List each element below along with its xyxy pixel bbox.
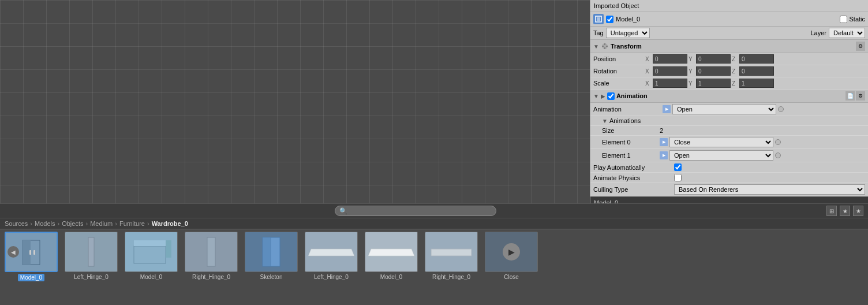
element0-indicator bbox=[775, 139, 781, 145]
scale-y-input[interactable] bbox=[696, 79, 731, 88]
asset-thumb-7 bbox=[425, 232, 478, 272]
panel-thumb-icon bbox=[203, 235, 220, 269]
breadcrumb-wardrobe[interactable]: Wardrobe_0 bbox=[152, 220, 188, 227]
svg-rect-19 bbox=[134, 246, 166, 263]
layer-label: Layer bbox=[810, 29, 826, 36]
svg-marker-27 bbox=[308, 249, 354, 256]
scale-x-input[interactable] bbox=[653, 79, 687, 88]
position-y-input[interactable] bbox=[696, 54, 731, 64]
sep5: › bbox=[147, 220, 149, 227]
culling-select[interactable]: Based On Renderers Always Animate Cull C… bbox=[674, 184, 865, 195]
asset-label-3: Right_Hinge_0 bbox=[192, 274, 230, 280]
asset-label-6: Model_0 bbox=[380, 274, 402, 280]
asset-item-2[interactable]: Model_0 bbox=[122, 232, 180, 280]
asset-label-8: Close bbox=[504, 274, 519, 280]
viewport[interactable] bbox=[0, 0, 590, 203]
skeleton-thumb-icon bbox=[254, 235, 289, 269]
svg-rect-20 bbox=[134, 240, 166, 246]
asset-item-3[interactable]: Right_Hinge_0 bbox=[182, 232, 240, 280]
svg-rect-24 bbox=[263, 237, 271, 266]
position-label: Position bbox=[593, 55, 645, 62]
asset-grid: ◀ Model_0 Left_Hinge_0 bbox=[0, 229, 868, 305]
animate-physics-row: Animate Physics bbox=[590, 173, 868, 183]
svg-rect-30 bbox=[431, 249, 472, 256]
toolbar-btn-1[interactable]: ⊞ bbox=[826, 206, 837, 216]
svg-rect-1 bbox=[597, 17, 600, 21]
search-icon: 🔍 bbox=[339, 207, 347, 215]
asset-item-6[interactable]: Model_0 bbox=[362, 232, 420, 280]
panel-title: Imported Object bbox=[594, 2, 639, 9]
position-z-input[interactable] bbox=[739, 54, 774, 64]
animation-select[interactable]: Open Close bbox=[672, 104, 776, 114]
asset-label-7: Right_Hinge_0 bbox=[432, 274, 470, 280]
play-button[interactable]: ▶ bbox=[503, 243, 520, 261]
breadcrumb-furniture[interactable]: Furniture bbox=[119, 220, 145, 227]
animations-sublabel: Animations bbox=[609, 117, 667, 124]
animation-page-btn[interactable]: 📄 bbox=[845, 91, 855, 101]
static-checkbox[interactable] bbox=[840, 16, 847, 23]
element0-row: Element 0 ▶ Close Open bbox=[590, 136, 868, 149]
animation-settings-btn[interactable]: ⚙ bbox=[856, 91, 865, 101]
rotation-label: Rotation bbox=[593, 68, 645, 75]
object-checkbox-container bbox=[606, 16, 613, 23]
rotation-z-input[interactable] bbox=[739, 66, 774, 76]
animate-physics-checkbox[interactable] bbox=[674, 174, 682, 181]
animations-header-row: ▼ Animations bbox=[590, 116, 868, 126]
breadcrumb-objects[interactable]: Objects bbox=[62, 220, 83, 227]
wardrobe-thumb-icon bbox=[17, 237, 46, 266]
sep1: › bbox=[30, 220, 32, 227]
animation-section-header[interactable]: ▼ ▶ Animation 📄 ⚙ bbox=[590, 90, 868, 103]
element1-select[interactable]: Open Close bbox=[669, 150, 773, 161]
transform-settings-btn[interactable]: ⚙ bbox=[856, 42, 865, 51]
transform-title: Transform bbox=[611, 43, 854, 50]
breadcrumb: Sources › Models › Objects › Medium › Fu… bbox=[0, 218, 868, 229]
scale-z-input[interactable] bbox=[739, 79, 774, 88]
size-label: Size bbox=[602, 127, 660, 134]
asset-item-7[interactable]: Right_Hinge_0 bbox=[422, 232, 480, 280]
toolbar-btn-3[interactable]: ★ bbox=[853, 206, 863, 216]
tag-layer-row: Tag Untagged Layer Default bbox=[590, 27, 868, 40]
sep2: › bbox=[58, 220, 60, 227]
object-enabled-checkbox[interactable] bbox=[606, 16, 613, 23]
position-x-input[interactable] bbox=[653, 54, 687, 64]
object-icon bbox=[593, 14, 604, 24]
element0-icon: ▶ bbox=[660, 138, 668, 146]
panel-header: Imported Object bbox=[590, 0, 868, 12]
asset-thumb-6 bbox=[365, 232, 418, 272]
asset-item-0[interactable]: ◀ Model_0 bbox=[2, 232, 60, 281]
nav-prev[interactable]: ◀ bbox=[8, 246, 19, 258]
asset-item-8[interactable]: ▶ Close bbox=[482, 232, 540, 280]
asset-label-0: Model_0 bbox=[18, 274, 44, 281]
rotation-x-input[interactable] bbox=[653, 66, 687, 76]
svg-rect-22 bbox=[207, 237, 215, 266]
shelf2-thumb-icon bbox=[428, 243, 474, 261]
tag-select[interactable]: Untagged bbox=[606, 28, 650, 38]
toolbar-btn-2[interactable]: ★ bbox=[840, 206, 850, 216]
breadcrumb-sources[interactable]: Sources bbox=[5, 220, 28, 227]
right-panel: Imported Object Model_0 Static Tag Untag… bbox=[590, 0, 868, 203]
culling-row: Culling Type Based On Renderers Always A… bbox=[590, 183, 868, 196]
static-label: Static bbox=[850, 16, 866, 23]
play-auto-checkbox[interactable] bbox=[674, 163, 682, 171]
asset-thumb-1 bbox=[65, 232, 118, 272]
svg-rect-15 bbox=[23, 240, 31, 265]
asset-label-5: Left_Hinge_0 bbox=[314, 274, 349, 280]
transform-section-header[interactable]: ▼ Transform ⚙ bbox=[590, 40, 868, 53]
animation-enabled-checkbox[interactable] bbox=[607, 92, 615, 100]
svg-rect-21 bbox=[166, 240, 171, 258]
asset-item-4[interactable]: Skeleton bbox=[242, 232, 300, 280]
sep3: › bbox=[85, 220, 88, 227]
asset-item-1[interactable]: Left_Hinge_0 bbox=[62, 232, 120, 280]
element1-label: Element 1 bbox=[602, 152, 660, 159]
breadcrumb-medium[interactable]: Medium bbox=[90, 220, 113, 227]
layer-select[interactable]: Default bbox=[829, 28, 865, 38]
svg-marker-29 bbox=[368, 249, 414, 256]
play-auto-row: Play Automatically bbox=[590, 162, 868, 173]
element0-select[interactable]: Close Open bbox=[669, 137, 773, 147]
search-input[interactable] bbox=[335, 206, 496, 216]
rotation-y-input[interactable] bbox=[696, 66, 731, 76]
asset-thumb-0: ◀ bbox=[5, 232, 58, 272]
position-row: Position X Y Z bbox=[590, 53, 868, 65]
asset-item-5[interactable]: Left_Hinge_0 bbox=[302, 232, 360, 280]
breadcrumb-models[interactable]: Models bbox=[35, 220, 55, 227]
